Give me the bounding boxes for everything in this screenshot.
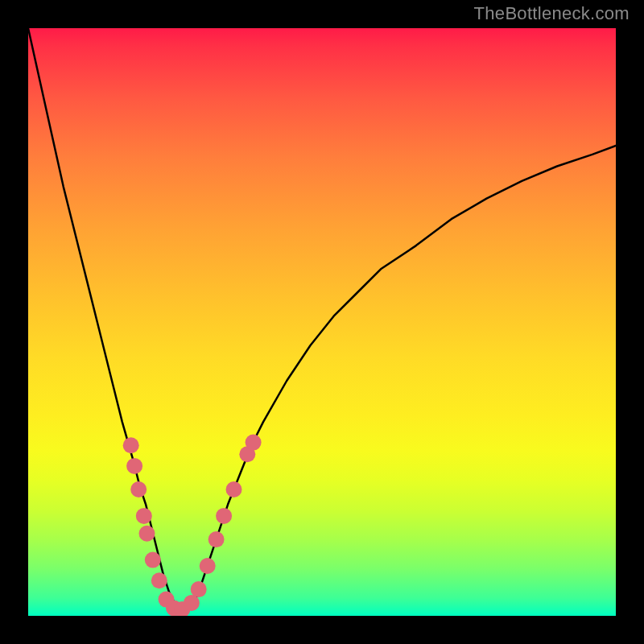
chart-svg xyxy=(28,28,616,616)
marker-dot xyxy=(145,552,161,568)
marker-dot xyxy=(200,558,216,574)
marker-dot xyxy=(246,435,262,451)
marker-dot xyxy=(208,531,225,547)
marker-dot xyxy=(216,508,232,524)
marker-dot xyxy=(130,481,147,497)
marker-dot xyxy=(126,458,142,474)
marker-dot xyxy=(151,572,167,588)
marker-dot xyxy=(226,481,242,497)
marker-dot xyxy=(191,581,207,597)
highlight-markers xyxy=(123,435,262,616)
outer-frame: TheBottleneck.com xyxy=(0,0,644,644)
bottleneck-curve xyxy=(28,28,616,610)
marker-dot xyxy=(136,508,152,524)
watermark-text: TheBottleneck.com xyxy=(474,3,630,24)
marker-dot xyxy=(139,526,155,542)
marker-dot xyxy=(123,437,139,453)
